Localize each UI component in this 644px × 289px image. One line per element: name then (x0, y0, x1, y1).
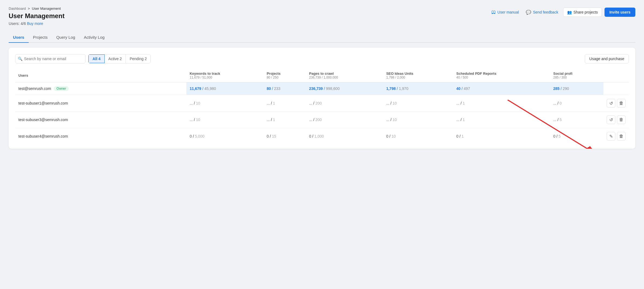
share-icon: 👥 (567, 10, 572, 14)
message-icon: 💬 (526, 10, 531, 15)
table-container: Users Keywords to track 11,679 / 51,000 … (15, 69, 629, 144)
cell-pdf: ... / 1 (453, 112, 550, 128)
cell-keywords: ... / 10 (186, 95, 263, 112)
cell-pdf: 40 / 497 (453, 82, 550, 95)
user-email: test-subuser1@semrush.com (18, 101, 68, 105)
page-title: User Management (9, 12, 65, 20)
col-users: Users (15, 69, 186, 82)
table-row: test-subuser4@semrush.com 0 / 5,0000 / 1… (15, 128, 629, 145)
cell-social: 285 / 290 (550, 82, 604, 95)
reset-button[interactable]: ↺ (607, 115, 615, 124)
tab-projects[interactable]: Projects (29, 32, 52, 43)
user-email: test@semrush.com (18, 86, 51, 91)
cell-pages: 0 / 1,000 (306, 128, 383, 145)
actions-cell: ✎🗑 (603, 128, 629, 145)
cell-seo: ... / 10 (383, 95, 453, 112)
cell-seo: 1,798 / 1,970 (383, 82, 453, 95)
delete-button[interactable]: 🗑 (617, 132, 626, 141)
delete-button[interactable]: 🗑 (617, 115, 626, 124)
search-icon: 🔍 (18, 57, 22, 61)
invite-users-button[interactable]: Invite users (605, 8, 635, 17)
share-projects-button[interactable]: 👥 Share projects (563, 8, 602, 17)
book-icon: 🕮 (491, 10, 496, 15)
cell-pdf: 0 / 1 (453, 128, 550, 145)
col-pages: Pages to crawl 236,739 / 1,000,000 (306, 69, 383, 82)
cell-seo: 0 / 10 (383, 128, 453, 145)
cell-pages: ... / 200 (306, 112, 383, 128)
user-cell: test-subuser3@semrush.com (15, 112, 186, 128)
cell-keywords: 11,679 / 45,980 (186, 82, 263, 95)
col-social: Social profi 285 / 300 (550, 69, 604, 82)
table-row: test-subuser3@semrush.com ... / 10... / … (15, 112, 629, 128)
owner-badge: Owner (54, 86, 69, 91)
users-count: Users: 4/6 Buy more (9, 21, 65, 26)
reset-button[interactable]: ↺ (607, 99, 615, 108)
col-projects: Projects 80 / 250 (263, 69, 306, 82)
user-cell: test-subuser4@semrush.com (15, 128, 186, 145)
user-manual-button[interactable]: 🕮 User manual (489, 8, 521, 16)
cell-projects: ... / 1 (263, 95, 306, 112)
table-row: test-subuser1@semrush.com ... / 10... / … (15, 95, 629, 112)
send-feedback-button[interactable]: 💬 Send feedback (524, 8, 560, 17)
users-table: Users Keywords to track 11,679 / 51,000 … (15, 69, 629, 144)
tab-activity-log[interactable]: Activity Log (80, 32, 109, 43)
tab-query-log[interactable]: Query Log (52, 32, 80, 43)
actions-cell (603, 82, 629, 95)
cell-keywords: 0 / 5,000 (186, 128, 263, 145)
cell-social: 0 / 5 (550, 128, 604, 145)
user-cell: test-subuser1@semrush.com (15, 95, 186, 112)
user-email: test-subuser3@semrush.com (18, 118, 68, 122)
filter-pending-button[interactable]: Pending 2 (126, 54, 150, 63)
cell-pdf: ... / 1 (453, 95, 550, 112)
usage-and-purchase-button[interactable]: Usage and purchase (585, 54, 629, 63)
edit-button[interactable]: ✎ (607, 132, 615, 141)
search-input[interactable] (15, 54, 85, 63)
cell-pages: 236,739 / 998,600 (306, 82, 383, 95)
filter-row: 🔍 All 4 Active 2 Pending 2 Usage and (15, 54, 629, 63)
col-keywords: Keywords to track 11,679 / 51,000 (186, 69, 263, 82)
col-pdf: Scheduled PDF Reports 40 / 500 (453, 69, 550, 82)
buy-more-link[interactable]: Buy more (27, 21, 43, 26)
tab-users[interactable]: Users (9, 32, 29, 43)
search-input-wrap: 🔍 (15, 54, 85, 63)
cell-seo: ... / 10 (383, 112, 453, 128)
actions-cell: ↺🗑 (603, 112, 629, 128)
col-seo: SEO Ideas Units 1,798 / 2,000 (383, 69, 453, 82)
delete-button[interactable]: 🗑 (617, 99, 626, 108)
cell-projects: 0 / 15 (263, 128, 306, 145)
cell-pages: ... / 200 (306, 95, 383, 112)
cell-social: ... / 0 (550, 95, 604, 112)
filter-all-button[interactable]: All 4 (88, 54, 105, 63)
breadcrumb: Dashboard > User Management (9, 7, 65, 11)
cell-social: ... / 5 (550, 112, 604, 128)
user-cell: test@semrush.com Owner (15, 82, 186, 95)
cell-keywords: ... / 10 (186, 112, 263, 128)
cell-projects: 80 / 233 (263, 82, 306, 95)
user-email: test-subuser4@semrush.com (18, 134, 68, 138)
tabs-row: Users Projects Query Log Activity Log (9, 32, 635, 43)
filter-buttons: All 4 Active 2 Pending 2 (88, 54, 151, 63)
filter-active-button[interactable]: Active 2 (105, 54, 126, 63)
col-actions (603, 69, 629, 82)
cell-projects: ... / 1 (263, 112, 306, 128)
table-row: test@semrush.com Owner 11,679 / 45,98080… (15, 82, 629, 95)
actions-cell: ↺🗑 (603, 95, 629, 112)
content-card: 🔍 All 4 Active 2 Pending 2 Usage and (9, 48, 635, 149)
